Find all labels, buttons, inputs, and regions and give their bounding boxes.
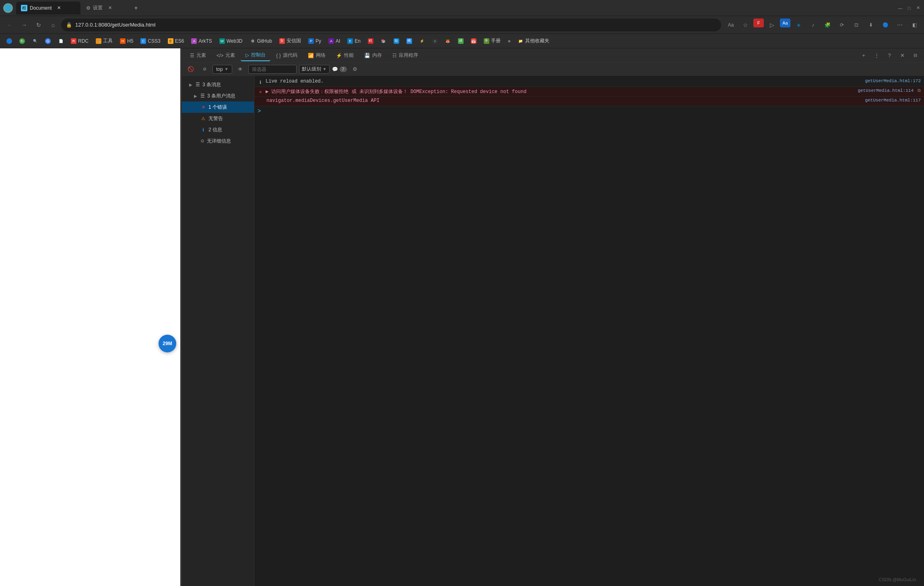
new-tab-button[interactable]: + [130, 2, 142, 14]
bookmark-zhihu[interactable]: 知 [390, 36, 402, 46]
translate-button[interactable]: Aa [724, 19, 737, 31]
devtools-tab-elements2[interactable]: </> 元素 [212, 50, 240, 61]
reload-button[interactable]: ↻ [32, 19, 45, 31]
puzzle-icon[interactable]: 🧩 [821, 19, 834, 31]
bookmark-fox[interactable]: 🦊 [442, 36, 454, 46]
bookmark-avatar[interactable]: 👤 [3, 36, 15, 46]
tab-bar: 程 Document ✕ ⚙ 设置 ✕ + [16, 2, 894, 14]
devtools-open-icon[interactable]: ⊡ [850, 19, 863, 31]
devtools-tab-performance[interactable]: ⚡ 性能 [331, 50, 359, 61]
error-msg-icon-2: ✕ [258, 89, 263, 95]
forward-button[interactable]: → [18, 19, 31, 31]
window-controls: — □ ✕ [897, 5, 921, 11]
console-message-1-link[interactable]: getUserMedia.html:172 [865, 79, 921, 83]
bookmark-translate[interactable]: 译 [455, 36, 467, 46]
devtools-help-button[interactable]: ? [884, 50, 895, 61]
lock-icon: 🔒 [66, 22, 72, 28]
refresh-icon2[interactable]: ⟳ [835, 19, 848, 31]
maximize-button[interactable]: □ [906, 5, 912, 11]
tab-settings[interactable]: ⚙ 设置 ✕ [81, 2, 130, 14]
bookmark-css3[interactable]: C CSS3 [137, 36, 163, 46]
tab-document-label: Document [30, 5, 52, 11]
main-area: 29M ☰ 元素 </> 元素 ▷ 控制台 { } 源代码 📶 [0, 48, 924, 586]
bookmark-knowledge[interactable]: 📚 [377, 36, 390, 46]
more-menu-button[interactable]: ⋯ [893, 19, 906, 31]
bookmark-cheng[interactable]: 程 [365, 36, 377, 46]
bookmark-tools[interactable]: 🔧 工具 [93, 36, 116, 46]
sidebar-errors[interactable]: ✕ 1 个错误 [182, 101, 254, 113]
bookmark-es6[interactable]: E ES6 [165, 36, 188, 46]
bookmark-other[interactable]: 📁 其他收藏夹 [515, 36, 553, 46]
bookmark-flash[interactable]: ⚡ [416, 36, 428, 46]
expand-error-icon [193, 105, 198, 110]
profile-icon[interactable]: 🔵 [879, 19, 892, 31]
console-clear-button[interactable]: 🚫 [185, 64, 196, 75]
devtools-toolbar: ☰ 元素 </> 元素 ▷ 控制台 { } 源代码 📶 网络 ⚡ 性能 [182, 48, 924, 63]
back-button[interactable]: ← [3, 19, 16, 31]
bookmark-manual[interactable]: 手 手册 [481, 36, 504, 46]
bookmark-juejin[interactable]: 稀 [403, 36, 415, 46]
expand-user-icon: ▶ [193, 93, 198, 98]
bookmark-search[interactable]: 🔍 [29, 36, 41, 46]
minimize-button[interactable]: — [897, 5, 903, 11]
bookmark-button[interactable]: ☆ [739, 19, 752, 31]
devtools-close-button[interactable]: ✕ [897, 50, 908, 61]
sidebar-toggle[interactable]: ◧ [908, 19, 921, 31]
network-icon: 📶 [308, 53, 314, 58]
sidebar-warnings[interactable]: ⚠ 无警告 [182, 113, 254, 124]
console-settings-button[interactable]: ⚙ [349, 64, 361, 75]
download-icon[interactable]: ⬇ [864, 19, 877, 31]
copy-icon[interactable]: ⧉ [918, 88, 921, 93]
bookmark-py[interactable]: P Py [305, 36, 324, 46]
bookmark-web3d[interactable]: W Web3D [216, 36, 246, 46]
sidebar-verbose[interactable]: ⚙ 无详细信息 [182, 135, 254, 147]
console-prompt: > [254, 106, 924, 116]
devtools-tab-memory[interactable]: 💾 内存 [359, 50, 387, 61]
context-label: top [216, 66, 223, 72]
console-filter-icon[interactable]: ⊘ [199, 64, 210, 75]
console-eye-button[interactable]: 👁 [235, 64, 246, 75]
close-window-button[interactable]: ✕ [915, 5, 921, 11]
home-button[interactable]: ⌂ [47, 19, 60, 31]
bookmark-chrome[interactable]: G [42, 36, 54, 46]
customize-devtools-button[interactable]: + [858, 50, 869, 61]
music-icon[interactable]: ♪ [806, 19, 819, 31]
level-dropdown-icon: ▼ [323, 67, 327, 71]
tab-settings-close[interactable]: ✕ [107, 5, 113, 11]
bookmark-github[interactable]: ⚙ GitHub [247, 36, 275, 46]
bookmark-en[interactable]: E En [344, 36, 364, 46]
tab-document-close[interactable]: ✕ [56, 5, 62, 11]
console-output: ℹ Live reload enabled. getUserMedia.html… [254, 76, 924, 586]
devtools-tab-console[interactable]: ▷ 控制台 [241, 50, 270, 61]
bookmark-h5[interactable]: H H5 [117, 36, 136, 46]
console-message-3-link[interactable]: getUserMedia.html:117 [865, 98, 921, 103]
sidebar-user-messages[interactable]: ▶ ☰ 3 条用户消息 [182, 90, 254, 101]
devtools-tab-application[interactable]: ☷ 应用程序 [388, 50, 423, 61]
bookmark-arkts[interactable]: A ArkTS [188, 36, 215, 46]
devtools-tab-sources[interactable]: { } 源代码 [271, 50, 302, 61]
edge-icon[interactable]: ◈ [792, 19, 805, 31]
console-filter-input[interactable] [248, 65, 297, 74]
bookmark-calendar[interactable]: 📅 [468, 36, 480, 46]
sidebar-info[interactable]: ℹ 2 信息 [182, 124, 254, 135]
bookmark-refresh[interactable]: ↻ [16, 36, 28, 46]
bookmark-circle[interactable]: ○ [429, 36, 441, 46]
bookmark-more-arrow[interactable]: » [505, 36, 514, 46]
console-message-2-link[interactable]: getUserMedia.html:114 [858, 88, 914, 93]
play-button[interactable]: ▷ [765, 19, 778, 31]
console-level-dropdown[interactable]: 默认级别 ▼ [299, 65, 330, 74]
bookmark-doc[interactable]: 📄 [55, 36, 67, 46]
tab-document[interactable]: 程 Document ✕ [16, 2, 80, 14]
devtools-tab-network[interactable]: 📶 网络 [303, 50, 330, 61]
application-icon: ☷ [392, 53, 397, 58]
bookmark-rdc[interactable]: R RDC [68, 36, 92, 46]
address-bar[interactable]: 🔒 127.0.0.1:8080/getUserMedia.html [61, 19, 721, 31]
sidebar-all-messages[interactable]: ▶ ☰ 3 条消息 [182, 79, 254, 90]
devtools-tab-elements[interactable]: ☰ 元素 [185, 50, 211, 61]
bookmark-ai[interactable]: A AI [325, 36, 343, 46]
bookmark-anxinguo[interactable]: 安 安信国 [276, 36, 304, 46]
devtools-dock-button[interactable]: ⊟ [910, 50, 921, 61]
devtools-more-button[interactable]: ⋮ [871, 50, 882, 61]
favorites-button[interactable]: F [753, 19, 764, 27]
collections-button[interactable]: Aa [780, 19, 790, 27]
